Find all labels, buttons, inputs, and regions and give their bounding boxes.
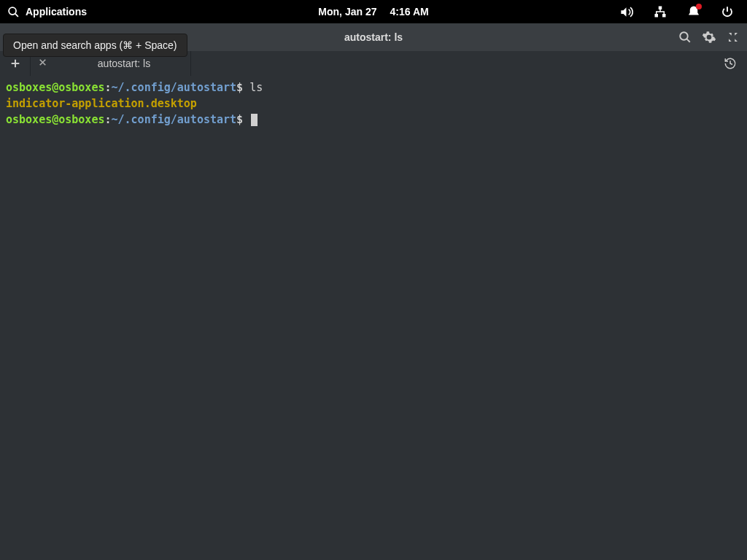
svg-line-6: [687, 39, 690, 42]
settings-button[interactable]: [702, 30, 716, 44]
window-title: autostart: ls: [344, 31, 403, 43]
command-text: ls: [249, 81, 263, 94]
power-icon[interactable]: [721, 5, 734, 18]
svg-rect-3: [655, 14, 659, 18]
tooltip-text: Open and search apps (⌘ + Space): [13, 39, 177, 51]
topbar-time[interactable]: 4:16 AM: [390, 6, 428, 18]
terminal-search-button[interactable]: [678, 31, 692, 44]
prompt-user: osboxes@osboxes: [6, 81, 104, 94]
notifications-icon[interactable]: [687, 5, 700, 18]
cursor: [251, 114, 258, 126]
history-button[interactable]: [724, 57, 737, 70]
terminal-line: osboxes@osboxes:~/.config/autostart$ ls: [6, 80, 741, 96]
svg-line-1: [15, 13, 18, 16]
prompt-path: ~/.config/autostart: [112, 81, 237, 94]
svg-point-0: [9, 7, 16, 15]
network-icon[interactable]: [654, 5, 667, 18]
file-listing: indicator-application.desktop: [6, 97, 197, 110]
search-icon: [7, 6, 20, 18]
svg-point-5: [680, 32, 688, 40]
applications-menu[interactable]: Applications: [7, 6, 87, 18]
system-topbar: Applications Mon, Jan 27 4:16 AM: [0, 0, 747, 23]
applications-tooltip: Open and search apps (⌘ + Space): [3, 34, 187, 57]
topbar-date[interactable]: Mon, Jan 27: [318, 6, 376, 18]
restore-window-button[interactable]: [727, 31, 740, 44]
svg-rect-4: [662, 14, 666, 18]
notification-badge: [696, 4, 702, 9]
tab-label: autostart: ls: [68, 58, 180, 69]
svg-rect-2: [659, 7, 662, 10]
terminal-line: indicator-application.desktop: [6, 96, 741, 112]
close-tab-button[interactable]: [38, 57, 47, 70]
terminal-body[interactable]: osboxes@osboxes:~/.config/autostart$ ls …: [0, 76, 747, 560]
terminal-line: osboxes@osboxes:~/.config/autostart$: [6, 112, 741, 128]
applications-label: Applications: [26, 6, 87, 18]
volume-icon[interactable]: [619, 5, 633, 19]
